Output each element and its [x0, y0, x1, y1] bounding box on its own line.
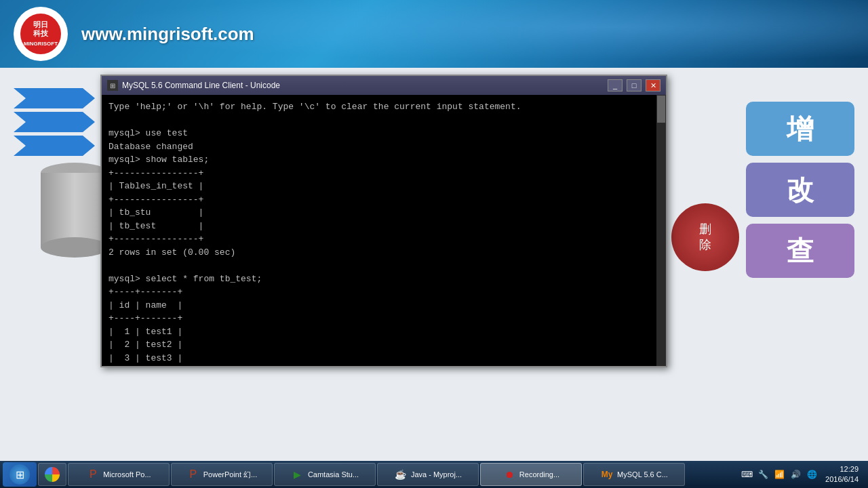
minimize-button[interactable]: _: [608, 79, 623, 92]
terminal-line-db-changed: Database changed: [108, 140, 648, 154]
arrow-3: [14, 136, 95, 156]
tray-icon-3: 📶: [772, 468, 786, 481]
tray-icon-network: 🌐: [805, 468, 818, 481]
arrow-2: [14, 112, 95, 132]
taskbar-label-recording: Recording...: [519, 470, 559, 479]
terminal-line-border1: +----------------+: [108, 167, 648, 180]
logo: 明日科技MINGRISOFT: [14, 7, 68, 61]
system-clock: 12:29 2016/6/14: [821, 464, 863, 485]
windows-logo-icon: ⊞: [9, 464, 30, 485]
terminal-line-tb-test: | tb_test |: [108, 220, 648, 233]
clock-time: 12:29: [825, 464, 859, 474]
database-icon: [41, 163, 108, 251]
terminal-line-border2: +----------------+: [108, 193, 648, 207]
taskbar-label-ppt1: Microsoft Po...: [103, 470, 151, 479]
powerpoint-icon: P: [86, 468, 100, 481]
crud-delete-circle: 删除: [671, 203, 739, 271]
terminal-line-blank1: [108, 114, 648, 127]
terminal-line-rows1: 2 rows in set (0.00 sec): [108, 246, 648, 260]
terminal-content: Type 'help;' or '\h' for help. Type '\c'…: [108, 100, 648, 366]
java-icon: ☕: [394, 468, 408, 481]
start-button[interactable]: ⊞: [3, 462, 37, 487]
maximize-button[interactable]: □: [627, 79, 642, 92]
terminal-line-sel-border1: +----+-------+: [108, 285, 648, 299]
taskbar-item-ppt1[interactable]: P Microsoft Po...: [68, 463, 170, 486]
main-content: 数据库 增 改 查 删除 ⊞ MySQL 5.6 Command Line Cl…: [0, 68, 868, 461]
terminal-line-use: mysql> use test: [108, 127, 648, 140]
close-button[interactable]: ✕: [646, 79, 660, 92]
terminal-window[interactable]: ⊞ MySQL 5.6 Command Line Client - Unicod…: [100, 75, 667, 367]
taskbar-label-java: Java - Myproj...: [411, 470, 462, 479]
header-url: www.mingrisoft.com: [81, 24, 254, 45]
tray-icon-1: ⌨: [740, 468, 753, 481]
terminal-line-row3: | 3 | test3 |: [108, 352, 648, 365]
terminal-line-row2: | 2 | test2 |: [108, 338, 648, 352]
crud-query-box: 查: [746, 224, 854, 278]
mysql-icon: My: [600, 468, 614, 481]
tray-icon-2: 🔧: [756, 468, 770, 481]
crud-operations: 增 改 查: [746, 102, 854, 278]
cylinder-bottom: [41, 237, 108, 258]
decorative-arrows: [14, 88, 95, 156]
terminal-line-tb-stu: | tb_stu |: [108, 206, 648, 220]
taskbar-item-chrome[interactable]: [38, 463, 66, 486]
ppt2-icon: P: [186, 468, 200, 481]
taskbar-item-ppt2[interactable]: P PowerPoint 幻...: [171, 463, 273, 486]
crud-add-label: 增: [787, 110, 814, 148]
terminal-line-1: Type 'help;' or '\h' for help. Type '\c'…: [108, 100, 648, 114]
logo-inner: 明日科技MINGRISOFT: [20, 14, 61, 54]
terminal-line-select: mysql> select * from tb_test;: [108, 272, 648, 286]
crud-add-box: 增: [746, 102, 854, 156]
taskbar-item-java[interactable]: ☕ Java - Myproj...: [377, 463, 479, 486]
scrollbar[interactable]: [656, 95, 666, 366]
taskbar-label-camtasia: Camtasia Stu...: [308, 470, 359, 479]
taskbar-item-mysql[interactable]: My MySQL 5.6 C...: [583, 463, 685, 486]
terminal-titlebar: ⊞ MySQL 5.6 Command Line Client - Unicod…: [102, 76, 666, 95]
crud-query-label: 查: [787, 232, 814, 270]
terminal-line-sel-header: | id | name |: [108, 299, 648, 312]
terminal-line-header: | Tables_in_test |: [108, 180, 648, 193]
cylinder-body: [41, 173, 108, 247]
crud-edit-box: 改: [746, 163, 854, 217]
clock-date: 2016/6/14: [825, 474, 859, 485]
terminal-body[interactable]: Type 'help;' or '\h' for help. Type '\c'…: [102, 95, 666, 366]
terminal-line-sel-border3: +----+-------+: [108, 365, 648, 366]
camtasia-icon: ▶: [291, 468, 304, 481]
terminal-line-blank2: [108, 259, 648, 272]
crud-delete-label: 删除: [699, 222, 711, 253]
taskbar-label-mysql: MySQL 5.6 C...: [617, 470, 668, 479]
taskbar-right: ⌨ 🔧 📶 🔊 🌐 12:29 2016/6/14: [740, 464, 865, 485]
terminal-app-icon: ⊞: [107, 80, 118, 91]
taskbar-item-recording[interactable]: ⏺ Recording...: [480, 463, 582, 486]
terminal-line-row1: | 1 | test1 |: [108, 325, 648, 339]
taskbar-label-ppt2: PowerPoint 幻...: [203, 470, 257, 480]
terminal-title: MySQL 5.6 Command Line Client - Unicode: [122, 81, 604, 90]
header: 明日科技MINGRISOFT www.mingrisoft.com: [0, 0, 868, 68]
tray-icon-volume: 🔊: [789, 468, 802, 481]
logo-text: 明日科技MINGRISOFT: [24, 20, 58, 47]
terminal-line-border3: +----------------+: [108, 232, 648, 246]
arrow-1: [14, 88, 95, 108]
terminal-line-show: mysql> show tables;: [108, 153, 648, 167]
scrollbar-thumb[interactable]: [657, 96, 665, 123]
taskbar: ⊞ P Microsoft Po... P PowerPoint 幻... ▶ …: [0, 461, 868, 488]
taskbar-item-camtasia[interactable]: ▶ Camtasia Stu...: [274, 463, 376, 486]
recording-icon: ⏺: [502, 468, 516, 481]
terminal-line-sel-border2: +----+-------+: [108, 312, 648, 325]
chrome-icon: [45, 467, 60, 482]
crud-edit-label: 改: [787, 171, 814, 209]
